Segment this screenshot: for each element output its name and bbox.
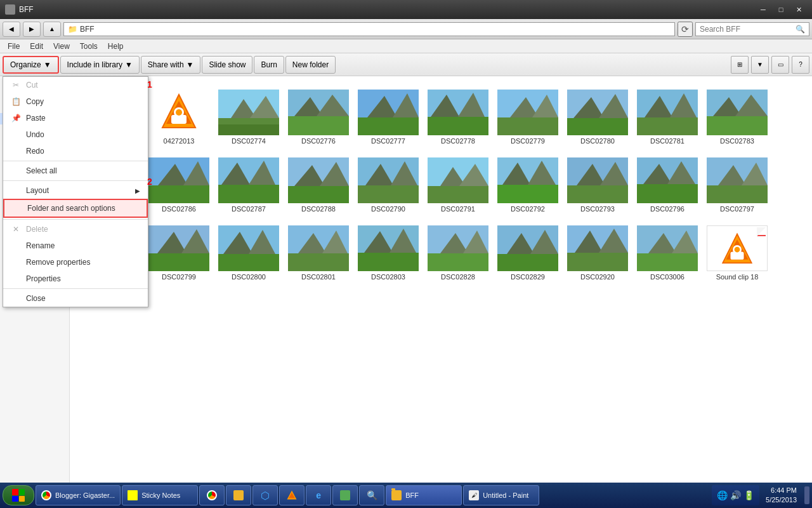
include-library-arrow: ▼ xyxy=(125,60,133,69)
mountain-svg xyxy=(218,225,279,271)
file-item-dsc02828[interactable]: DSC02828 xyxy=(424,217,492,284)
taskbar-sticky-notes[interactable]: Sticky Notes xyxy=(122,485,198,505)
maximize-button[interactable]: □ xyxy=(773,3,789,16)
address-box[interactable]: 📁 BFF xyxy=(63,22,675,36)
new-folder-button[interactable]: New folder xyxy=(285,56,336,74)
redo-item[interactable]: Redo xyxy=(3,143,148,159)
search-box[interactable]: 🔍 xyxy=(695,22,809,36)
taskbar-bff[interactable]: BFF xyxy=(386,485,462,505)
slide-show-button[interactable]: Slide show xyxy=(202,56,252,74)
file-thumb-dsc02786 xyxy=(148,157,209,203)
file-item-dsc02792[interactable]: DSC02792 xyxy=(494,149,562,216)
undo-icon xyxy=(11,130,21,140)
folder-options-item[interactable]: Folder and search options xyxy=(3,199,148,218)
clock[interactable]: 6:44 PM 5/25/2013 xyxy=(762,486,801,505)
menu-edit[interactable]: Edit xyxy=(25,41,48,52)
close-button[interactable]: ✕ xyxy=(790,3,807,16)
volume-tray-icon[interactable]: 🔊 xyxy=(730,490,741,500)
file-item-dsc02777[interactable]: DSC02777 xyxy=(354,81,422,148)
cut-icon: ✂ xyxy=(11,80,21,90)
file-item-dsc02780[interactable]: DSC02780 xyxy=(563,81,632,148)
annotation-1: 1 xyxy=(147,79,152,90)
file-item-dsc02790[interactable]: DSC02790 xyxy=(354,149,422,216)
file-item-dsc02774[interactable]: DSC02774 xyxy=(214,81,283,148)
file-item-dsc02796[interactable]: DSC02796 xyxy=(633,149,702,216)
mountain-svg xyxy=(637,157,698,203)
menu-view[interactable]: View xyxy=(48,41,75,52)
file-item-dsc02788[interactable]: DSC02788 xyxy=(284,149,353,216)
taskbar-ie[interactable]: e xyxy=(306,485,331,505)
taskbar-search[interactable]: 🔍 xyxy=(359,485,384,505)
taskbar-sticky-label: Sticky Notes xyxy=(141,491,180,499)
file-item-dsc02920[interactable]: DSC02920 xyxy=(563,217,632,284)
start-button[interactable] xyxy=(3,485,34,505)
preview-pane-button[interactable]: ▭ xyxy=(771,56,789,74)
file-item-dsc02787[interactable]: DSC02787 xyxy=(214,149,283,216)
copy-item[interactable]: 📋 Copy xyxy=(3,93,148,110)
file-item-sound-clip-18[interactable]: Sound clip 18 xyxy=(703,217,771,284)
file-item-dsc02783[interactable]: DSC02783 xyxy=(703,81,771,148)
close-item[interactable]: Close xyxy=(3,290,148,307)
cut-item[interactable]: ✂ Cut xyxy=(3,77,148,93)
layout-item[interactable]: Layout ▶ xyxy=(3,182,148,199)
menu-bar: File Edit View Tools Help xyxy=(0,39,812,53)
undo-item[interactable]: Undo xyxy=(3,126,148,143)
file-item-dsc02776[interactable]: DSC02776 xyxy=(284,81,353,148)
file-item-dsc02786[interactable]: DSC02786 xyxy=(145,149,213,216)
file-item-dsc02800[interactable]: DSC02800 xyxy=(214,217,283,284)
file-item-04272013b[interactable]: 04272013 xyxy=(145,81,213,148)
file-item-dsc03006[interactable]: DSC03006 xyxy=(633,217,702,284)
file-item-dsc02779[interactable]: DSC02779 xyxy=(494,81,562,148)
refresh-button[interactable]: ⟳ xyxy=(678,22,693,37)
file-item-dsc02781[interactable]: DSC02781 xyxy=(633,81,702,148)
file-item-dsc02797[interactable]: DSC02797 xyxy=(703,149,771,216)
taskbar-blogger[interactable]: Blogger: Gigaster... xyxy=(36,485,121,505)
folder-title-icon xyxy=(5,4,15,15)
back-button[interactable]: ◀ xyxy=(3,22,20,37)
rename-item[interactable]: Rename xyxy=(3,237,148,254)
taskbar-vlc[interactable] xyxy=(279,485,304,505)
up-button[interactable]: ▲ xyxy=(43,22,61,37)
battery-tray-icon[interactable]: 🔋 xyxy=(743,490,754,500)
mountain-svg xyxy=(637,225,698,271)
search-input[interactable] xyxy=(700,25,793,34)
paste-item[interactable]: 📌 Paste xyxy=(3,110,148,126)
delete-item[interactable]: ✕ Delete xyxy=(3,221,148,237)
share-with-button[interactable]: Share with ▼ xyxy=(141,56,201,74)
taskbar-chrome[interactable] xyxy=(199,485,225,505)
file-label-dsc02828: DSC02828 xyxy=(427,273,489,281)
file-item-dsc02791[interactable]: DSC02791 xyxy=(424,149,492,216)
taskbar-explorer[interactable] xyxy=(226,485,251,505)
help-button[interactable]: ? xyxy=(792,56,809,74)
include-library-button[interactable]: Include in library ▼ xyxy=(60,56,140,74)
view-dropdown-button[interactable]: ▼ xyxy=(751,56,769,74)
taskbar-paint[interactable]: 🖌 Untitled - Paint xyxy=(463,485,539,505)
file-item-dsc02793[interactable]: DSC02793 xyxy=(563,149,632,216)
file-label-dsc02788: DSC02788 xyxy=(287,205,350,213)
menu-tools[interactable]: Tools xyxy=(75,41,103,52)
svg-rect-60 xyxy=(358,185,419,203)
burn-button[interactable]: Burn xyxy=(254,56,284,74)
menu-file[interactable]: File xyxy=(3,41,25,52)
minimize-button[interactable]: ─ xyxy=(755,3,771,16)
paste-icon: 📌 xyxy=(11,113,21,123)
remove-properties-item[interactable]: Remove properties xyxy=(3,254,148,271)
taskbar-utorrent[interactable] xyxy=(332,485,358,505)
organize-button[interactable]: Organize ▼ xyxy=(3,56,59,74)
file-thumb-dsc02791 xyxy=(428,157,488,203)
file-item-dsc02803[interactable]: DSC02803 xyxy=(354,217,422,284)
taskbar-bluetooth[interactable]: ⬡ xyxy=(252,485,278,505)
file-item-dsc02799[interactable]: DSC02799 xyxy=(145,217,213,284)
select-all-item[interactable]: Select all xyxy=(3,163,148,179)
show-desktop-button[interactable] xyxy=(804,486,809,504)
menu-help[interactable]: Help xyxy=(103,41,129,52)
file-item-dsc02829[interactable]: DSC02829 xyxy=(494,217,562,284)
file-item-dsc02778[interactable]: DSC02778 xyxy=(424,81,492,148)
view-change-button[interactable]: ⊞ xyxy=(731,56,749,74)
network-tray-icon[interactable]: 🌐 xyxy=(717,490,728,500)
forward-button[interactable]: ▶ xyxy=(23,22,41,37)
file-label-dsc02777: DSC02777 xyxy=(357,137,419,145)
file-item-dsc02801[interactable]: DSC02801 xyxy=(284,217,353,284)
share-with-label: Share with xyxy=(148,60,184,69)
properties-item[interactable]: Properties xyxy=(3,271,148,287)
